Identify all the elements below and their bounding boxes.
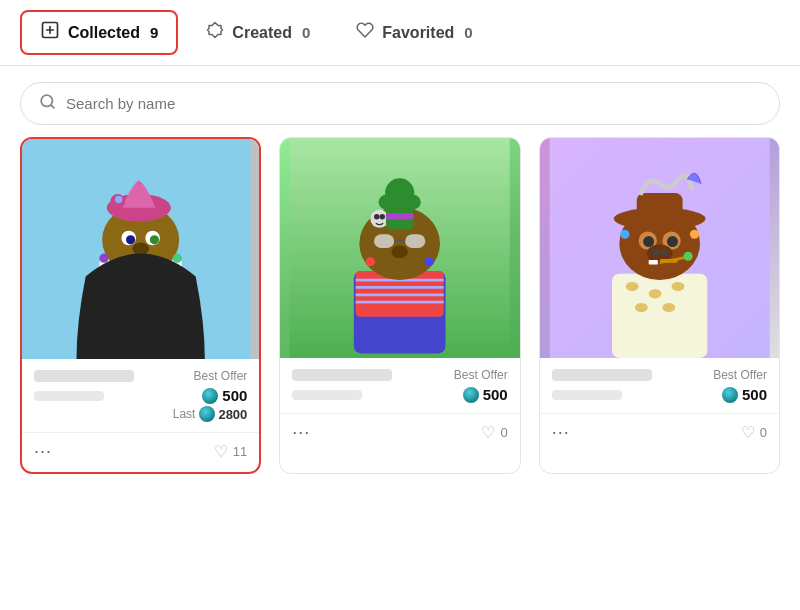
svg-rect-42 [386,213,414,219]
favorited-icon [356,21,374,44]
card-2-name-blur [292,369,392,381]
svg-point-51 [662,303,675,312]
card-1-footer: ··· ♡ 11 [22,432,259,472]
card-3-more-button[interactable]: ··· [552,422,570,443]
card-2-info: Best Offer 500 [280,358,519,409]
svg-point-41 [406,195,421,210]
tab-collected-label: Collected [68,24,140,42]
tab-favorited[interactable]: Favorited 0 [338,13,490,52]
svg-point-59 [660,250,667,256]
card-1[interactable]: Best Offer 500 Last 2800 ··· ♡ [20,137,261,474]
search-box [20,82,780,125]
card-3-name-blur [552,369,652,381]
card-2[interactable]: Best Offer 500 ··· ♡ 0 [279,137,520,474]
svg-line-4 [51,105,54,108]
svg-point-48 [648,289,661,298]
svg-point-47 [625,282,638,291]
svg-point-50 [635,303,648,312]
card-3-price-value: 500 [742,386,767,403]
svg-point-49 [671,282,684,291]
svg-point-65 [690,230,699,239]
search-icon [39,93,56,114]
card-1-id-blur [34,391,104,401]
svg-point-43 [366,257,375,266]
card-3-like-count: 0 [760,425,767,440]
card-3-offer-label: Best Offer [713,368,767,382]
card-1-image [22,139,259,359]
card-1-name-blur [34,370,134,382]
svg-rect-60 [648,260,657,265]
svg-point-44 [425,257,434,266]
tab-collected[interactable]: Collected 9 [20,10,178,55]
card-2-like-count: 0 [500,425,507,440]
svg-point-36 [374,214,380,220]
card-3[interactable]: Best Offer 500 ··· ♡ 0 [539,137,780,474]
collected-icon [40,20,60,45]
svg-point-55 [643,236,654,247]
svg-point-17 [132,243,149,256]
card-1-last-price-value: 2800 [218,407,247,422]
svg-point-40 [379,195,394,210]
svg-rect-32 [405,234,425,248]
tab-bar: Collected 9 Created 0 Favorited 0 [0,0,800,66]
svg-point-67 [683,252,692,261]
card-3-price: 500 [722,386,767,403]
card-1-info: Best Offer 500 Last 2800 [22,359,259,428]
card-1-gem-icon [202,388,218,404]
svg-point-58 [651,250,658,256]
svg-point-22 [173,254,182,263]
tab-collected-count: 9 [150,24,158,41]
card-1-like-area[interactable]: ♡ 11 [214,442,247,461]
card-2-more-button[interactable]: ··· [292,422,310,443]
svg-point-21 [99,254,108,263]
tab-favorited-label: Favorited [382,24,454,42]
card-2-heart-icon: ♡ [481,423,495,442]
svg-point-64 [620,230,629,239]
card-3-heart-icon: ♡ [741,423,755,442]
card-2-like-area[interactable]: ♡ 0 [481,423,507,442]
card-1-price: 500 [202,387,247,404]
card-1-offer-label: Best Offer [194,369,248,383]
svg-point-20 [115,196,122,203]
tab-favorited-count: 0 [464,24,472,41]
card-3-footer: ··· ♡ 0 [540,413,779,453]
card-2-price-value: 500 [483,386,508,403]
svg-point-16 [150,235,159,244]
svg-rect-63 [636,193,682,221]
card-1-more-button[interactable]: ··· [34,441,52,462]
tab-created-count: 0 [302,24,310,41]
card-1-last-row: Last 2800 [34,406,247,422]
svg-point-37 [380,214,386,220]
card-3-gem-icon [722,387,738,403]
cards-grid: Best Offer 500 Last 2800 ··· ♡ [0,137,800,494]
card-1-price-value: 500 [222,387,247,404]
card-2-offer-label: Best Offer [454,368,508,382]
svg-rect-31 [374,234,394,248]
card-2-footer: ··· ♡ 0 [280,413,519,453]
card-2-gem-icon [463,387,479,403]
card-3-image [540,138,779,358]
card-2-image [280,138,519,358]
svg-point-15 [126,235,135,244]
card-3-like-area[interactable]: ♡ 0 [741,423,767,442]
card-2-price: 500 [463,386,508,403]
card-3-info: Best Offer 500 [540,358,779,409]
card-1-like-count: 11 [233,444,247,459]
card-1-last-price: 2800 [199,406,247,422]
card-1-last-label: Last [173,407,196,421]
search-area [0,66,800,137]
card-3-id-blur [552,390,622,400]
tab-created-label: Created [232,24,292,42]
card-1-last-gem [199,406,215,422]
card-1-heart-icon: ♡ [214,442,228,461]
svg-point-34 [392,245,409,258]
created-icon [206,21,224,44]
search-input[interactable] [66,95,761,112]
svg-point-56 [667,236,678,247]
tab-created[interactable]: Created 0 [188,13,328,52]
card-2-id-blur [292,390,362,400]
